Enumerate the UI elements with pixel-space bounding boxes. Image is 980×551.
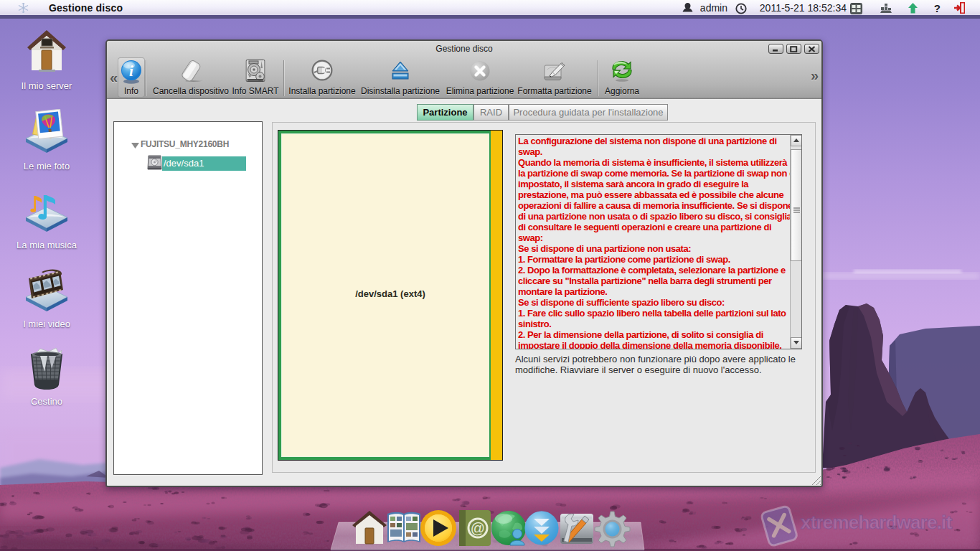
svg-text:i: i (129, 62, 133, 80)
svg-text:xtremehardware.it: xtremehardware.it (801, 512, 953, 533)
